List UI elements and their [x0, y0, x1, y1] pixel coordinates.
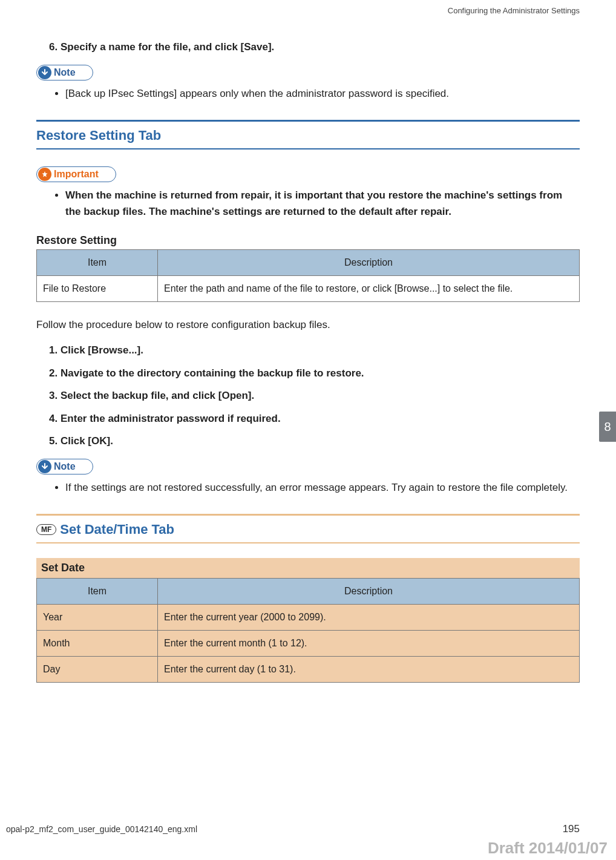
running-header: Configuring the Administrator Settings — [36, 6, 580, 15]
note-callout-2: Note — [36, 459, 93, 474]
th-desc: Description — [158, 578, 580, 604]
star-icon — [38, 168, 51, 181]
down-arrow-icon — [38, 66, 51, 79]
setdate-subheading: Set Date — [36, 558, 580, 578]
table-row: Year Enter the current year (2000 to 209… — [37, 604, 580, 630]
step-item: Click [OK]. — [61, 433, 580, 449]
step-item: Enter the administrator password if requ… — [61, 411, 580, 427]
important-bullets: When the machine is returned from repair… — [36, 187, 580, 220]
cell-item: Year — [37, 604, 158, 630]
step-item: Specify a name for the file, and click [… — [61, 39, 580, 55]
important-bullet: When the machine is returned from repair… — [65, 187, 580, 220]
note-label: Note — [54, 461, 76, 472]
cell-item: File to Restore — [37, 276, 158, 302]
important-callout: Important — [36, 166, 116, 182]
step-item: Click [Browse...]. — [61, 343, 580, 358]
footer-filename: opal-p2_mf2_com_user_guide_00142140_eng.… — [6, 824, 197, 834]
section-heading-datetime: MF Set Date/Time Tab — [36, 514, 580, 543]
restore-table: Item Description File to Restore Enter t… — [36, 249, 580, 302]
table-row: Day Enter the current day (1 to 31). — [37, 656, 580, 682]
cell-desc: Enter the path and name of the file to r… — [158, 276, 580, 302]
cell-desc: Enter the current day (1 to 31). — [158, 656, 580, 682]
cell-desc: Enter the current year (2000 to 2099). — [158, 604, 580, 630]
page-footer: opal-p2_mf2_com_user_guide_00142140_eng.… — [0, 823, 616, 839]
cell-desc: Enter the current month (1 to 12). — [158, 630, 580, 656]
restore-follow-text: Follow the procedure below to restore co… — [36, 317, 580, 333]
th-item: Item — [37, 250, 158, 276]
th-desc: Description — [158, 250, 580, 276]
note-label: Note — [54, 67, 76, 78]
note-bullet: If the settings are not restored success… — [65, 479, 580, 496]
step-item: Select the backup file, and click [Open]… — [61, 388, 580, 404]
cell-item: Month — [37, 630, 158, 656]
table-row: File to Restore Enter the path and name … — [37, 276, 580, 302]
note-bullets-2: If the settings are not restored success… — [36, 479, 580, 496]
setdate-table: Item Description Year Enter the current … — [36, 578, 580, 683]
section-heading-restore: Restore Setting Tab — [36, 120, 580, 149]
step-item: Navigate to the directory containing the… — [61, 366, 580, 381]
note-bullet: [Back up IPsec Settings] appears only wh… — [65, 85, 580, 102]
cell-item: Day — [37, 656, 158, 682]
note-callout: Note — [36, 65, 93, 80]
restore-steps: Click [Browse...]. Navigate to the direc… — [36, 343, 580, 449]
chapter-tab: 8 — [599, 412, 616, 442]
th-item: Item — [37, 578, 158, 604]
note-bullets: [Back up IPsec Settings] appears only wh… — [36, 85, 580, 102]
draft-watermark: Draft 2014/01/07 — [0, 839, 616, 860]
important-label: Important — [54, 169, 99, 180]
datetime-heading-text: Set Date/Time Tab — [60, 522, 174, 537]
mf-badge: MF — [36, 524, 56, 535]
footer-page-number: 195 — [563, 823, 580, 835]
restore-subheading: Restore Setting — [36, 234, 580, 247]
down-arrow-icon — [38, 460, 51, 473]
ordered-steps-top: Specify a name for the file, and click [… — [36, 39, 580, 55]
table-row: Month Enter the current month (1 to 12). — [37, 630, 580, 656]
